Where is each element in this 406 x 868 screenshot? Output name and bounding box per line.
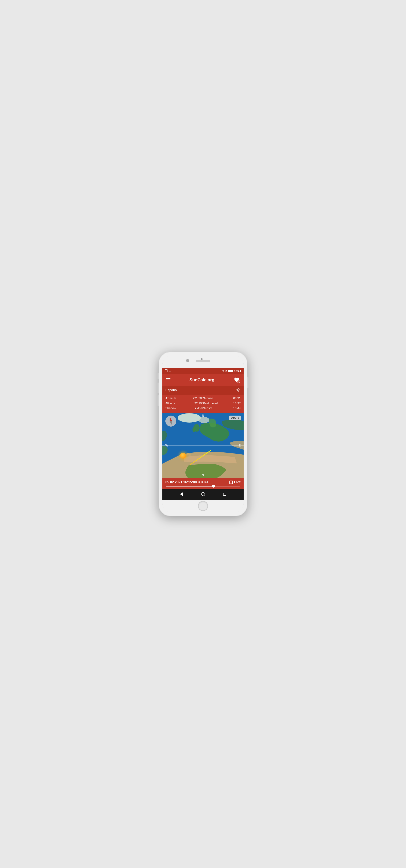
sun-data-left: Azimuth 221.30° Altitude 22.19° Shadow 2… (165, 396, 203, 410)
physical-home-button[interactable] (198, 501, 208, 511)
peak-level-row: Peak Level 13:37 (203, 401, 241, 406)
battery-icon (228, 370, 233, 372)
peak-level-value: 13:37 (233, 401, 241, 406)
recent-apps-button[interactable] (223, 493, 226, 496)
shadow-value: 2.45m (195, 406, 203, 410)
azimuth-row: Azimuth 221.30° (165, 396, 203, 401)
power-button[interactable] (247, 377, 248, 388)
app-screen: ▾ ✕ 12:24 SunCalc org (162, 368, 244, 500)
app-header: SunCalc org + (162, 374, 244, 386)
phone-screen: ▾ ✕ 12:24 SunCalc org (162, 356, 244, 512)
svg-text:+: + (238, 381, 239, 383)
svg-point-8 (178, 413, 201, 423)
phone-notch (162, 356, 244, 368)
gps-button[interactable] (236, 388, 241, 393)
phone-frame: ▾ ✕ 12:24 SunCalc org (159, 352, 247, 516)
record-icon (169, 370, 171, 372)
datetime-display: 05.02.2021 16:15:00 UTC+1 (165, 480, 208, 484)
phone-bottom-bar (162, 500, 244, 512)
svg-point-12 (187, 453, 189, 455)
compass-rose-inner (167, 417, 175, 425)
map-background: N S W E UTC+1 (162, 413, 244, 478)
sim-icon (165, 369, 167, 372)
android-nav-bar (162, 489, 244, 500)
info-panel: Azimuth 221.30° Altitude 22.19° Shadow 2… (162, 395, 244, 413)
heart-icon-svg: + (234, 377, 240, 383)
peak-level-label: Peak Level (203, 401, 217, 406)
crosshair-icon (236, 388, 241, 392)
svg-point-11 (193, 427, 196, 432)
svg-point-9 (199, 417, 209, 423)
crosshair-horizontal (162, 445, 244, 445)
azimuth-value: 221.30° (193, 396, 203, 401)
compass-south: S (202, 473, 204, 477)
time-slider-fill (166, 486, 213, 487)
altitude-row: Altitude 22.19° (165, 401, 203, 406)
volume-up-button[interactable] (158, 382, 159, 393)
time-slider-thumb[interactable] (212, 485, 215, 488)
sunset-label: Sunset (203, 406, 212, 410)
status-bar: ▾ ✕ 12:24 (162, 368, 244, 374)
sunset-value: 18:44 (233, 406, 241, 410)
time-row: 05.02.2021 16:15:00 UTC+1 LIVE (165, 480, 241, 484)
time-bar: 05.02.2021 16:15:00 UTC+1 LIVE (162, 478, 244, 489)
hamburger-line-3 (166, 381, 170, 381)
signal-cross-icon: ✕ (225, 370, 227, 372)
time-slider-track[interactable] (166, 486, 240, 487)
favorite-button[interactable]: + (233, 376, 240, 383)
shadow-row: Shadow 2.45m (165, 406, 203, 410)
location-bar: España (162, 386, 244, 395)
sunrise-value: 08:31 (233, 396, 241, 401)
compass-west: W (165, 444, 168, 447)
live-label: LIVE (234, 480, 241, 484)
volume-down-button[interactable] (158, 395, 159, 406)
live-checkbox[interactable] (230, 480, 233, 484)
compass-north: N (202, 414, 204, 417)
wifi-icon: ▾ (223, 369, 224, 373)
map-container[interactable]: N S W E UTC+1 (162, 413, 244, 478)
compass-east: E (239, 444, 241, 447)
menu-button[interactable] (166, 378, 170, 381)
status-right-icons: ▾ ✕ 12:24 (223, 369, 241, 373)
camera (186, 359, 189, 362)
sun-data-right: Sunrise 08:31 Peak Level 13:37 Sunset 18… (203, 396, 241, 410)
speaker (196, 360, 210, 362)
sunrise-row: Sunrise 08:31 (203, 396, 241, 401)
location-name: España (165, 388, 177, 392)
live-toggle[interactable]: LIVE (230, 480, 241, 484)
svg-point-13 (189, 454, 191, 456)
svg-point-2 (237, 389, 239, 391)
status-left-icons (165, 369, 171, 372)
altitude-label: Altitude (165, 401, 175, 406)
status-time: 12:24 (234, 369, 241, 373)
hamburger-line-2 (166, 380, 170, 380)
home-button[interactable] (201, 492, 205, 496)
app-title: SunCalc org (190, 377, 214, 382)
back-button[interactable] (180, 492, 183, 496)
sunset-row: Sunset 18:44 (203, 406, 241, 410)
compass-white-arrow (170, 421, 173, 425)
sunrise-label: Sunrise (203, 396, 213, 401)
shadow-label: Shadow (165, 406, 176, 410)
azimuth-label: Azimuth (165, 396, 176, 401)
battery-container (228, 370, 233, 372)
sensor-dot (201, 358, 203, 360)
compass-rose (165, 415, 176, 427)
mute-button[interactable] (158, 373, 159, 379)
hamburger-line-1 (166, 378, 170, 379)
altitude-value: 22.19° (194, 401, 203, 406)
time-slider-container (165, 486, 241, 487)
utc-badge[interactable]: UTC+1 (229, 415, 241, 420)
